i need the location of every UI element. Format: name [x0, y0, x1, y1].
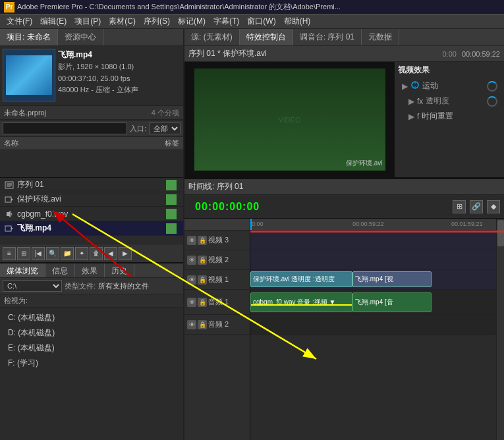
- drive-e[interactable]: E: (本机磁盘): [4, 341, 179, 356]
- menu-sequence[interactable]: 序列(S): [140, 14, 174, 28]
- drive-c[interactable]: C: (本机磁盘): [4, 310, 179, 325]
- track-label-a2: 👁 🔒 音频 2: [184, 315, 250, 335]
- effect-motion[interactable]: ▶ 运动: [398, 78, 501, 94]
- svg-rect-6: [5, 226, 11, 231]
- menu-title[interactable]: 字幕(T): [210, 14, 243, 28]
- search-input[interactable]: [3, 123, 127, 134]
- inlet-label: 入口:: [130, 124, 146, 134]
- tl-link-btn[interactable]: 🔗: [470, 200, 483, 213]
- list-item[interactable]: 保护环境.avi: [0, 192, 183, 207]
- main-layout: 项目: 未命名 资源中心 飞翔.mp4 影片, 1920 × 1080 (1.0…: [0, 29, 504, 440]
- tab-effects-control[interactable]: 特效控制台: [240, 29, 293, 45]
- track-eye-a1[interactable]: 👁: [187, 298, 196, 307]
- list-item[interactable]: 序列 01: [0, 178, 183, 192]
- fade-indicator: [251, 304, 352, 306]
- forward-btn[interactable]: ▶: [119, 247, 132, 260]
- bottom-left-tabs: 媒体浏览 信息 效果 历史: [0, 262, 183, 278]
- file-name-audio: cgbgm_f0.wav: [17, 209, 166, 219]
- tab-resources[interactable]: 资源中心: [58, 29, 103, 45]
- tab-audio-mixer[interactable]: 调音台: 序列 01: [293, 29, 362, 45]
- vertical-scrollbar[interactable]: [496, 219, 504, 440]
- drive-select[interactable]: C:\: [3, 280, 62, 292]
- back-btn[interactable]: ◀: [104, 247, 117, 260]
- effect-motion-label: 运动: [422, 80, 487, 92]
- effect-timemap-label: 时间重置: [422, 111, 497, 122]
- track-lock-a1[interactable]: 🔒: [198, 298, 207, 307]
- file-name-fly: 飞翔.mp4: [17, 223, 166, 234]
- svg-marker-5: [11, 198, 13, 201]
- menu-marker[interactable]: 标记(M): [174, 14, 210, 28]
- track-name-v3: 视频 3: [208, 235, 229, 245]
- scroll-thumb[interactable]: [497, 220, 504, 246]
- preview-thumbnail: [3, 49, 55, 101]
- timeline-header: 时间线: 序列 01: [184, 179, 504, 195]
- file-name-seq01: 序列 01: [17, 179, 166, 190]
- menu-edit[interactable]: 编辑(E): [36, 14, 70, 28]
- preview-audio: 48000 Hz - 压缩 - 立体声: [58, 84, 181, 96]
- track-eye-v2[interactable]: 👁: [187, 256, 196, 265]
- timeline-body: 👁 🔒 视频 3 👁 🔒 视频 2 👁 🔒 视频 1: [184, 219, 504, 440]
- clip-cgbgm[interactable]: cgbgm_f0.wav 音量 :视频 ▼: [250, 292, 352, 312]
- tl-add-marker-btn[interactable]: ◆: [487, 200, 500, 213]
- source-monitor-body: VIDEO 保护环境.avi 视频效果 ▶ 运动: [184, 62, 504, 177]
- track-eye-v3[interactable]: 👁: [187, 236, 196, 245]
- ruler-mark-2: 00:01:59:21: [451, 221, 483, 230]
- effect-fx1[interactable]: ▶ fx 透明度: [398, 94, 501, 109]
- inlet-select[interactable]: 全部: [149, 123, 181, 134]
- right-top-tabs: 源: (无素材) 特效控制台 调音台: 序列 01 元数据: [184, 29, 504, 46]
- drive-f[interactable]: F: (学习): [4, 356, 179, 371]
- window-title: Adobe Premiere Pro - C:\Documents and Se…: [17, 2, 341, 12]
- preview-info: 飞翔.mp4 影片, 1920 × 1080 (1.0) 00:00:37:10…: [58, 49, 181, 103]
- view-icon-btn[interactable]: ⊞: [17, 247, 30, 260]
- menu-help[interactable]: 帮助(H): [280, 14, 315, 28]
- media-browser-panel: C:\ 类型文件: 所有支持的文件 检视为: C: (本机磁盘) D: (本机磁…: [0, 278, 183, 440]
- track-v3: [250, 231, 504, 250]
- menu-clip[interactable]: 素材(C): [105, 14, 140, 28]
- tl-snap-btn[interactable]: ⊞: [453, 200, 466, 213]
- track-lock-v2[interactable]: 🔒: [198, 256, 207, 265]
- file-list-header: 名称 标签: [0, 137, 183, 150]
- effects-title: 视频效果: [398, 65, 501, 76]
- list-item[interactable]: 飞翔.mp4: [0, 221, 183, 236]
- tab-metadata[interactable]: 元数据: [362, 29, 399, 45]
- tab-media-browser[interactable]: 媒体浏览: [0, 263, 45, 277]
- track-eye-v1[interactable]: 👁: [187, 275, 196, 285]
- effect-fx2[interactable]: ▶ f 时间重置: [398, 109, 501, 124]
- left-panel: 项目: 未命名 资源中心 飞翔.mp4 影片, 1920 × 1080 (1.0…: [0, 29, 184, 440]
- view-list-btn[interactable]: ≡: [3, 247, 16, 260]
- clip-fly-mp4-a[interactable]: 飞翔.mp4 [音: [352, 292, 432, 312]
- folder-btn[interactable]: 📁: [61, 247, 74, 260]
- source-duration: 00:00:59:22: [462, 50, 500, 58]
- menu-window[interactable]: 窗口(W): [243, 14, 279, 28]
- project-toolbar: ≡ ⊞ |◀ 🔍 📁 ✦ 🗑 ◀ ▶: [0, 244, 183, 262]
- filter-row: C:\ 类型文件: 所有支持的文件: [0, 278, 183, 294]
- opacity-spinner: [487, 96, 497, 107]
- tab-info[interactable]: 信息: [45, 263, 75, 277]
- delete-btn[interactable]: 🗑: [90, 247, 103, 260]
- menu-file[interactable]: 文件(F): [3, 14, 36, 28]
- menu-project[interactable]: 项目(P): [70, 14, 105, 28]
- clip-env-avi[interactable]: 保护环境.avi 透明度 :透明度: [250, 271, 352, 287]
- arrow-icon: ▶: [402, 82, 408, 91]
- search-btn[interactable]: 🔍: [46, 247, 59, 260]
- search-bar: 入口: 全部: [0, 120, 183, 137]
- track-eye-a2[interactable]: 👁: [187, 320, 196, 329]
- zoom-btn[interactable]: |◀: [32, 247, 45, 260]
- project-preview-panel: 飞翔.mp4 影片, 1920 × 1080 (1.0) 00:00:37:10…: [0, 46, 183, 178]
- source-monitor-header: 序列 01 * 保护环境.avi 0:00 00:00:59:22: [184, 46, 504, 62]
- file-tag: [166, 209, 177, 219]
- clip-fly-mp4-v[interactable]: 飞翔.mp4 [视: [352, 271, 432, 287]
- tab-project[interactable]: 项目: 未命名: [0, 29, 58, 45]
- tab-source[interactable]: 源: (无素材): [184, 29, 240, 45]
- drive-d[interactable]: D: (本机磁盘): [4, 325, 179, 341]
- track-labels: 👁 🔒 视频 3 👁 🔒 视频 2 👁 🔒 视频 1: [184, 219, 250, 440]
- track-lock-v3[interactable]: 🔒: [198, 236, 207, 245]
- source-title: 序列 01 * 保护环境.avi: [188, 48, 442, 59]
- tab-effects[interactable]: 效果: [75, 263, 105, 277]
- track-lock-v1[interactable]: 🔒: [198, 275, 207, 285]
- list-item[interactable]: cgbgm_f0.wav: [0, 207, 183, 221]
- effects-panel: 视频效果 ▶ 运动 ▶ fx 透明度: [395, 62, 504, 177]
- tab-history[interactable]: 历史: [105, 263, 134, 277]
- new-item-btn[interactable]: ✦: [75, 247, 88, 260]
- track-lock-a2[interactable]: 🔒: [198, 320, 207, 329]
